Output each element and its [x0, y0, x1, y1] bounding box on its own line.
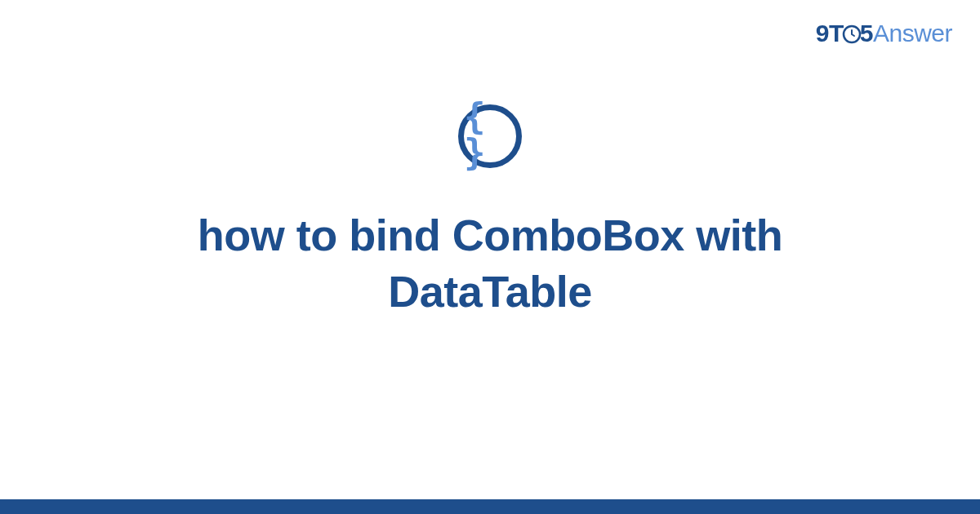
- braces-glyph: { }: [464, 99, 516, 171]
- logo-answer: Answer: [873, 20, 952, 47]
- site-logo: 9T5Answer: [816, 20, 952, 47]
- main-content: { } how to bind ComboBox with DataTable: [0, 104, 980, 320]
- logo-suffix: 5: [860, 20, 873, 47]
- code-braces-icon: { }: [458, 104, 522, 168]
- logo-prefix: 9T: [816, 20, 844, 47]
- page-title: how to bind ComboBox with DataTable: [90, 207, 890, 320]
- logo-clock-icon: [842, 24, 862, 44]
- bottom-accent-bar: [0, 499, 980, 514]
